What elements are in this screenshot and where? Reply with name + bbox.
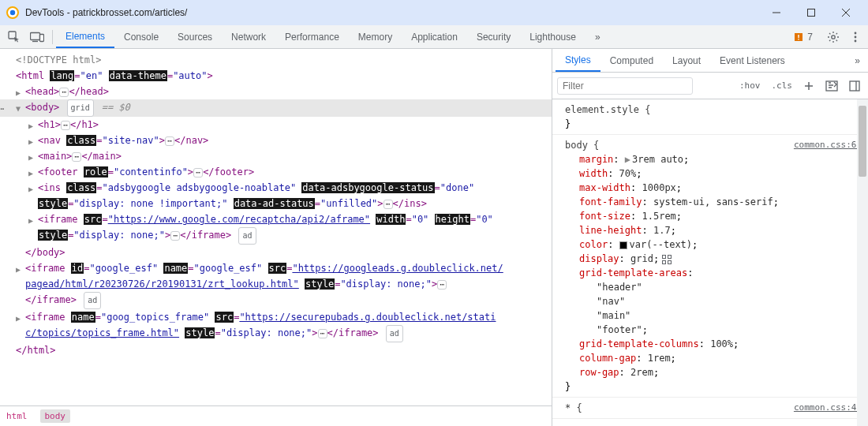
svg-rect-12 — [799, 39, 799, 39]
scrollbar-thumb[interactable] — [859, 106, 866, 177]
dom-nav[interactable]: ▶<nav class="site-nav">⋯</nav> — [0, 133, 552, 148]
svg-point-15 — [855, 36, 857, 38]
tab-security[interactable]: Security — [467, 25, 520, 48]
expand-arrow-icon[interactable]: ▶ — [16, 262, 21, 278]
ellipsis-icon[interactable]: ⋯ — [59, 88, 69, 97]
dom-main[interactable]: ▶<main>⋯</main> — [0, 148, 552, 164]
cls-toggle[interactable]: .cls — [769, 79, 796, 92]
ellipsis-icon[interactable]: ⋯ — [165, 136, 174, 146]
window-controls — [761, 2, 862, 24]
new-style-rule-icon[interactable] — [800, 77, 817, 95]
styles-tabs-overflow-icon[interactable]: » — [850, 55, 865, 66]
inspect-element-icon[interactable] — [3, 28, 25, 47]
toggle-sidebar-icon[interactable] — [846, 77, 863, 95]
expand-arrow-icon[interactable]: ▶ — [28, 118, 33, 134]
styles-filter-row: :hov .cls — [552, 73, 868, 99]
dom-html-close[interactable]: </html> — [0, 342, 552, 358]
rule-source-link[interactable]: common.css:44 — [794, 401, 862, 415]
collapse-arrow-icon[interactable]: ▼ — [16, 101, 21, 117]
dom-iframe-esf-close[interactable]: </iframe> ad — [0, 292, 552, 309]
ellipsis-icon[interactable]: ⋯ — [383, 200, 393, 209]
tab-network[interactable]: Network — [222, 25, 275, 48]
ad-badge[interactable]: ad — [238, 227, 256, 245]
grid-editor-icon[interactable] — [662, 255, 672, 264]
tab-styles[interactable]: Styles — [556, 49, 600, 72]
panel-tabs: Elements Console Sources Network Perform… — [56, 25, 788, 48]
expand-arrow-icon[interactable]: ▶ — [28, 150, 33, 166]
dom-iframe-topics-cont[interactable]: c/topics/topics_frame.html" style="displ… — [0, 325, 552, 342]
maximize-button[interactable] — [795, 2, 827, 24]
svg-rect-25 — [668, 260, 672, 263]
expand-arrow-icon[interactable]: ▶ — [16, 311, 21, 327]
issues-count: 7 — [807, 32, 813, 43]
color-swatch-icon[interactable] — [619, 241, 627, 249]
tab-application[interactable]: Application — [402, 25, 467, 48]
dom-footer[interactable]: ▶<footer role="contentinfo">⋯</footer> — [0, 164, 552, 180]
dom-iframe-esf-cont[interactable]: pagead/html/r20230726/r20190131/zrt_look… — [0, 276, 552, 292]
tab-memory[interactable]: Memory — [349, 25, 402, 48]
styles-body[interactable]: element.style { } common.css:67 body { m… — [552, 99, 868, 426]
svg-rect-22 — [663, 255, 666, 258]
ellipsis-icon[interactable]: ⋯ — [193, 168, 203, 178]
tab-sources[interactable]: Sources — [168, 25, 222, 48]
dom-body-open[interactable]: ⋯▼<body> grid== $0 — [0, 99, 552, 117]
expand-arrow-icon[interactable]: ▶ — [28, 213, 33, 229]
expand-arrow-icon[interactable]: ▶ — [16, 85, 21, 101]
scrollbar-vertical[interactable] — [857, 99, 868, 426]
hov-toggle[interactable]: :hov — [736, 79, 764, 92]
minimize-button[interactable] — [761, 2, 792, 24]
gutter-dots-icon: ⋯ — [0, 101, 4, 117]
dom-tree[interactable]: <!DOCTYPE html> <html lang="en" data-the… — [0, 49, 552, 405]
tab-lighthouse[interactable]: Lighthouse — [520, 25, 586, 48]
dom-ins-cont[interactable]: style="display: none !important;" data-a… — [0, 196, 552, 211]
warning-icon — [793, 32, 804, 43]
tab-elements[interactable]: Elements — [56, 25, 114, 48]
device-toolbar-icon[interactable] — [25, 28, 49, 46]
ellipsis-icon[interactable]: ⋯ — [61, 121, 70, 130]
tab-event-listeners[interactable]: Event Listeners — [710, 49, 795, 72]
dom-h1[interactable]: ▶<h1>⋯</h1> — [0, 117, 552, 133]
expand-arrow-icon[interactable]: ▶ — [28, 134, 33, 150]
settings-icon[interactable] — [822, 28, 844, 47]
rule-source-link[interactable]: common.css:67 — [794, 138, 862, 152]
tabs-overflow-icon[interactable]: » — [586, 25, 610, 48]
close-button[interactable] — [830, 2, 862, 24]
ad-badge[interactable]: ad — [386, 325, 403, 342]
rule-body[interactable]: common.css:67 body { margin: ▶3rem auto;… — [552, 135, 868, 398]
kebab-menu-icon[interactable] — [849, 28, 862, 46]
ellipsis-icon[interactable]: ⋯ — [318, 329, 327, 338]
svg-rect-7 — [31, 32, 40, 39]
issues-badge[interactable]: 7 — [788, 30, 817, 44]
dom-head[interactable]: ▶<head>⋯</head> — [0, 84, 552, 99]
rule-element-style[interactable]: element.style { } — [552, 99, 868, 135]
expand-triangle-icon[interactable]: ▶ — [625, 154, 630, 165]
breadcrumbs: html body — [0, 405, 552, 426]
dom-html-open[interactable]: <html lang="en" data-theme="auto"> — [0, 68, 552, 84]
breadcrumb-body[interactable]: body — [40, 409, 71, 423]
dom-ins[interactable]: ▶<ins class="adsbygoogle adsbygoogle-noa… — [0, 180, 552, 196]
dom-doctype[interactable]: <!DOCTYPE html> — [0, 52, 552, 68]
expand-arrow-icon[interactable]: ▶ — [28, 166, 33, 181]
grid-badge[interactable]: grid — [67, 99, 94, 117]
ad-badge[interactable]: ad — [84, 292, 101, 309]
tab-computed[interactable]: Computed — [600, 49, 663, 72]
svg-rect-11 — [799, 35, 799, 38]
ellipsis-icon[interactable]: ⋯ — [72, 152, 81, 162]
tab-performance[interactable]: Performance — [275, 25, 349, 48]
breadcrumb-html[interactable]: html — [6, 411, 28, 421]
dom-iframe-recaptcha-cont[interactable]: style="display: none;">⋯</iframe> ad — [0, 227, 552, 245]
titlebar: DevTools - patrickbrosset.com/articles/ — [0, 0, 868, 25]
rule-star[interactable]: common.css:44 * { — [552, 398, 868, 419]
styles-filter-input[interactable] — [557, 77, 693, 95]
chrome-icon — [6, 6, 19, 19]
dom-iframe-esf[interactable]: ▶<iframe id="google_esf" name="google_es… — [0, 260, 552, 276]
tab-console[interactable]: Console — [114, 25, 168, 48]
dom-body-close[interactable]: </body> — [0, 245, 552, 260]
expand-arrow-icon[interactable]: ▶ — [28, 181, 33, 197]
tab-layout[interactable]: Layout — [663, 49, 710, 72]
dom-iframe-recaptcha[interactable]: ▶<iframe src="https://www.google.com/rec… — [0, 211, 552, 227]
ellipsis-icon[interactable]: ⋯ — [437, 280, 447, 290]
dom-iframe-topics[interactable]: ▶<iframe name="goog_topics_frame" src="h… — [0, 309, 552, 325]
ellipsis-icon[interactable]: ⋯ — [170, 231, 180, 241]
computed-styles-icon[interactable] — [822, 77, 841, 95]
